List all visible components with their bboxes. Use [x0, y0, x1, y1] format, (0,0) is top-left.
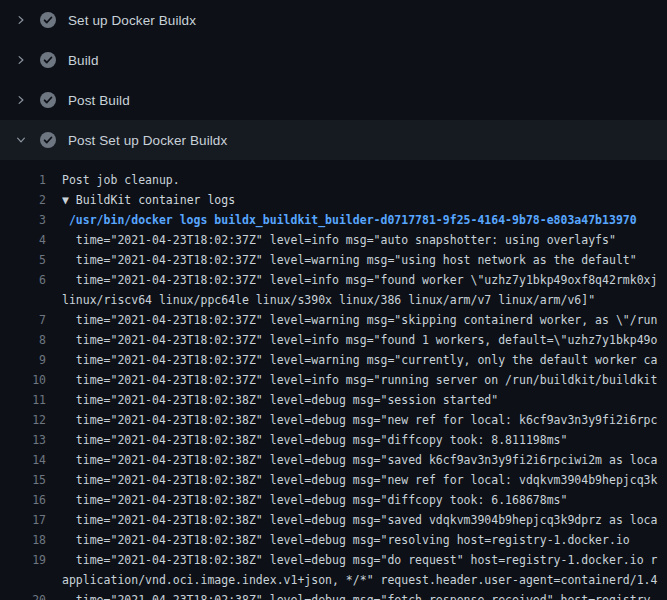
log-line: 15 time="2021-04-23T18:02:38Z" level=deb…: [0, 470, 667, 490]
log-line: 13 time="2021-04-23T18:02:38Z" level=deb…: [0, 430, 667, 450]
log-line-text: time="2021-04-23T18:02:38Z" level=debug …: [62, 590, 667, 600]
log-group-toggle[interactable]: ▼ BuildKit container logs: [62, 190, 667, 210]
log-line-number[interactable]: 12: [0, 410, 46, 430]
log-line: 16 time="2021-04-23T18:02:38Z" level=deb…: [0, 490, 667, 510]
chevron-right-icon: [14, 53, 28, 67]
log-line-number[interactable]: 1: [0, 170, 46, 190]
log-line-number: [0, 290, 46, 310]
log-line-text: time="2021-04-23T18:02:37Z" level=info m…: [62, 370, 667, 390]
log-line: 1Post job cleanup.: [0, 170, 667, 190]
group-expanded-icon: ▼: [62, 193, 76, 207]
log-line: 2▼ BuildKit container logs: [0, 190, 667, 210]
step-title: Post Build: [68, 93, 130, 108]
log-line: 19 time="2021-04-23T18:02:38Z" level=deb…: [0, 550, 667, 570]
check-circle-icon: [40, 52, 56, 68]
log-line-number[interactable]: 16: [0, 490, 46, 510]
log-line-number[interactable]: 7: [0, 310, 46, 330]
log-line: linux/riscv64 linux/ppc64le linux/s390x …: [0, 290, 667, 310]
log-line-number[interactable]: 19: [0, 550, 46, 570]
log-line-text: linux/riscv64 linux/ppc64le linux/s390x …: [62, 290, 667, 310]
log-line-number[interactable]: 3: [0, 210, 46, 230]
log-line: 11 time="2021-04-23T18:02:38Z" level=deb…: [0, 390, 667, 410]
check-circle-icon: [40, 12, 56, 28]
actions-log-viewer: Set up Docker Buildx Build Post Build Po…: [0, 0, 667, 600]
log-line: 12 time="2021-04-23T18:02:38Z" level=deb…: [0, 410, 667, 430]
step-header-post-build[interactable]: Post Build: [0, 80, 667, 120]
log-line-text: time="2021-04-23T18:02:37Z" level=warnin…: [62, 350, 667, 370]
step-header-build[interactable]: Build: [0, 40, 667, 80]
chevron-down-icon: [14, 133, 28, 147]
log-line-number[interactable]: 5: [0, 250, 46, 270]
log-line-number[interactable]: 20: [0, 590, 46, 600]
log-line: application/vnd.oci.image.index.v1+json,…: [0, 570, 667, 590]
log-line-number[interactable]: 9: [0, 350, 46, 370]
log-line-text: Post job cleanup.: [62, 170, 667, 190]
log-output: 1Post job cleanup.2▼ BuildKit container …: [0, 160, 667, 600]
chevron-right-icon: [14, 93, 28, 107]
log-line-number[interactable]: 2: [0, 190, 46, 210]
log-line-text: time="2021-04-23T18:02:37Z" level=info m…: [62, 330, 667, 350]
log-line: 6 time="2021-04-23T18:02:37Z" level=info…: [0, 270, 667, 290]
log-line: 9 time="2021-04-23T18:02:37Z" level=warn…: [0, 350, 667, 370]
log-line-number[interactable]: 15: [0, 470, 46, 490]
log-line-text: time="2021-04-23T18:02:38Z" level=debug …: [62, 450, 667, 470]
log-line-number[interactable]: 11: [0, 390, 46, 410]
log-line-text: application/vnd.oci.image.index.v1+json,…: [62, 570, 667, 590]
step-title: Build: [68, 53, 99, 68]
log-line-text: time="2021-04-23T18:02:37Z" level=info m…: [62, 270, 667, 290]
log-line: 3 /usr/bin/docker logs buildx_buildkit_b…: [0, 210, 667, 230]
check-circle-icon: [40, 132, 56, 148]
log-line-text: time="2021-04-23T18:02:37Z" level=warnin…: [62, 310, 667, 330]
log-line-text: time="2021-04-23T18:02:38Z" level=debug …: [62, 530, 667, 550]
step-title: Post Set up Docker Buildx: [68, 133, 227, 148]
log-line-text: time="2021-04-23T18:02:38Z" level=debug …: [62, 510, 667, 530]
log-line: 4 time="2021-04-23T18:02:37Z" level=info…: [0, 230, 667, 250]
log-line: 5 time="2021-04-23T18:02:37Z" level=warn…: [0, 250, 667, 270]
log-line-text: time="2021-04-23T18:02:37Z" level=warnin…: [62, 250, 667, 270]
log-line-number[interactable]: 17: [0, 510, 46, 530]
log-line-text: time="2021-04-23T18:02:38Z" level=debug …: [62, 490, 667, 510]
log-line: 10 time="2021-04-23T18:02:37Z" level=inf…: [0, 370, 667, 390]
chevron-right-icon: [14, 13, 28, 27]
log-line: 14 time="2021-04-23T18:02:38Z" level=deb…: [0, 450, 667, 470]
log-line: 17 time="2021-04-23T18:02:38Z" level=deb…: [0, 510, 667, 530]
log-line-number[interactable]: 14: [0, 450, 46, 470]
log-line-text: time="2021-04-23T18:02:38Z" level=debug …: [62, 410, 667, 430]
log-line-text: time="2021-04-23T18:02:38Z" level=debug …: [62, 430, 667, 450]
log-line-number[interactable]: 13: [0, 430, 46, 450]
step-header-setup-docker-buildx[interactable]: Set up Docker Buildx: [0, 0, 667, 40]
log-line: 7 time="2021-04-23T18:02:37Z" level=warn…: [0, 310, 667, 330]
log-line: 18 time="2021-04-23T18:02:38Z" level=deb…: [0, 530, 667, 550]
log-line-number[interactable]: 4: [0, 230, 46, 250]
log-line-text: time="2021-04-23T18:02:38Z" level=debug …: [62, 470, 667, 490]
log-line-number[interactable]: 10: [0, 370, 46, 390]
log-command-text: /usr/bin/docker logs buildx_buildkit_bui…: [62, 210, 667, 230]
check-circle-icon: [40, 92, 56, 108]
log-line-number[interactable]: 6: [0, 270, 46, 290]
log-line-text: time="2021-04-23T18:02:38Z" level=debug …: [62, 550, 667, 570]
log-line-number[interactable]: 18: [0, 530, 46, 550]
log-line-text: time="2021-04-23T18:02:38Z" level=debug …: [62, 390, 667, 410]
log-line-number: [0, 570, 46, 590]
log-line: 8 time="2021-04-23T18:02:37Z" level=info…: [0, 330, 667, 350]
step-header-post-setup-docker-buildx[interactable]: Post Set up Docker Buildx: [0, 120, 667, 160]
log-line: 20 time="2021-04-23T18:02:38Z" level=deb…: [0, 590, 667, 600]
step-title: Set up Docker Buildx: [68, 13, 196, 28]
log-line-text: time="2021-04-23T18:02:37Z" level=info m…: [62, 230, 667, 250]
log-line-number[interactable]: 8: [0, 330, 46, 350]
